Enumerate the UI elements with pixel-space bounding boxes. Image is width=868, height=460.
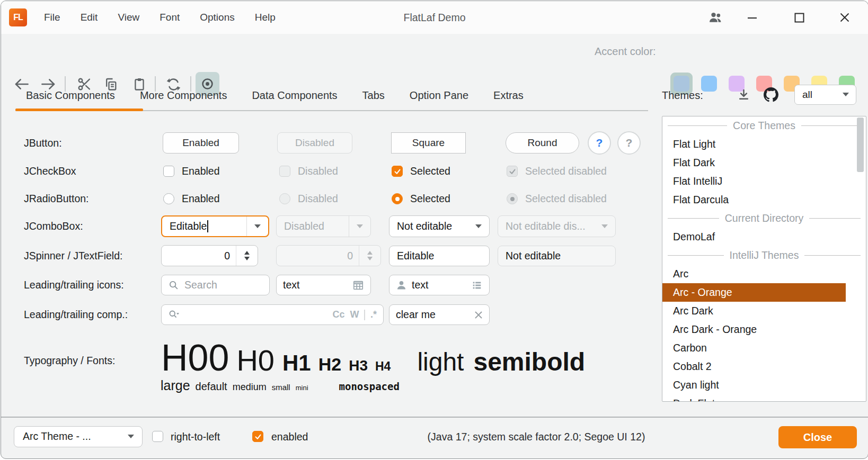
theme-item-arc[interactable]: Arc bbox=[662, 265, 866, 283]
match-case-toggle[interactable]: Cc bbox=[332, 309, 344, 320]
checkbox-disabled bbox=[279, 166, 290, 177]
theme-item-carbon[interactable]: Carbon bbox=[662, 339, 866, 357]
textfield-editable[interactable]: Editable bbox=[389, 246, 490, 266]
github-icon[interactable] bbox=[764, 87, 778, 102]
search-field[interactable]: Search bbox=[161, 275, 270, 295]
close-window-button[interactable] bbox=[834, 1, 855, 34]
menu-help[interactable]: Help bbox=[245, 12, 286, 23]
theme-item-flat-darcula[interactable]: Flat Darcula bbox=[662, 191, 866, 209]
radio-selected-disabled-label: Selected disabled bbox=[525, 190, 607, 208]
spinner-arrows bbox=[359, 246, 380, 266]
combobox-editable[interactable]: Editable bbox=[161, 215, 269, 237]
h0-sample: H0 bbox=[236, 343, 274, 377]
enabled-button[interactable]: Enabled bbox=[163, 132, 239, 154]
combobox-arrow[interactable] bbox=[246, 217, 268, 236]
close-button[interactable]: Close bbox=[778, 426, 857, 448]
tab-tabs[interactable]: Tabs bbox=[362, 89, 385, 102]
theme-item-cobalt-2[interactable]: Cobalt 2 bbox=[662, 357, 866, 376]
rtl-checkbox-label: right-to-left bbox=[171, 426, 220, 447]
field-divider bbox=[364, 310, 365, 320]
spinner-enabled[interactable]: 0 bbox=[161, 245, 258, 266]
status-text: (Java 17; system scale factor 2.0; Segoe… bbox=[330, 426, 743, 447]
theme-selector-combobox[interactable]: Arc Theme - ... bbox=[14, 426, 143, 447]
enabled-checkbox[interactable] bbox=[252, 431, 263, 442]
theme-item-flat-dark[interactable]: Flat Dark bbox=[662, 154, 866, 172]
regex-toggle[interactable]: .* bbox=[370, 309, 377, 320]
theme-item-dark-flat[interactable]: Dark Flat bbox=[662, 394, 866, 402]
textfield-value: text bbox=[412, 279, 466, 291]
h2-sample: H2 bbox=[318, 354, 341, 375]
radio-selected[interactable] bbox=[392, 193, 403, 204]
checkbox-disabled-label: Disabled bbox=[298, 163, 338, 180]
chevron-down-icon bbox=[367, 257, 373, 260]
menu-font[interactable]: Font bbox=[149, 12, 190, 23]
menu-edit[interactable]: Edit bbox=[70, 12, 108, 23]
theme-item-flat-light[interactable]: Flat Light bbox=[662, 135, 866, 154]
chevron-up-icon bbox=[367, 251, 373, 255]
app-logo-text: FL bbox=[13, 13, 23, 22]
theme-item-arc-dark[interactable]: Arc Dark bbox=[662, 302, 866, 320]
combobox-arrow[interactable] bbox=[468, 216, 489, 237]
enabled-checkbox-label: enabled bbox=[271, 426, 308, 447]
themes-list: Core Themes Flat Light Flat Dark Flat In… bbox=[662, 116, 866, 402]
tab-basic-components[interactable]: Basic Components bbox=[26, 89, 115, 102]
search-dropdown-icon[interactable] bbox=[168, 309, 180, 321]
minimize-button[interactable] bbox=[741, 1, 763, 34]
theme-item-arc-dark-orange[interactable]: Arc Dark - Orange bbox=[662, 320, 866, 339]
menu-file[interactable]: File bbox=[34, 12, 70, 23]
radio-dot bbox=[510, 197, 515, 201]
menu-view[interactable]: View bbox=[108, 12, 149, 23]
app-logo: FL bbox=[9, 8, 27, 26]
spinner-value: 0 bbox=[224, 246, 230, 266]
search-comp-field[interactable]: Cc W .* bbox=[161, 304, 384, 325]
textfield-trailing-table-icon[interactable]: text bbox=[276, 275, 371, 295]
whole-words-toggle[interactable]: W bbox=[350, 309, 359, 320]
clear-me-value: clear me bbox=[396, 309, 474, 321]
radio-disabled bbox=[279, 193, 290, 204]
checkbox-selected[interactable] bbox=[392, 166, 403, 177]
radio-enabled[interactable] bbox=[163, 193, 174, 204]
themes-separator-current-directory: Current Directory bbox=[662, 209, 866, 228]
help-button-grey[interactable]: ? bbox=[617, 131, 641, 155]
themes-scrollbar-thumb[interactable] bbox=[857, 118, 864, 172]
chevron-down-icon bbox=[475, 224, 482, 228]
textfield-not-editable: Not editable bbox=[498, 246, 616, 266]
search-icon bbox=[168, 279, 180, 291]
textfield-person-list[interactable]: text bbox=[389, 275, 490, 295]
round-button[interactable]: Round bbox=[506, 132, 579, 154]
combobox-not-editable[interactable]: Not editable bbox=[389, 215, 490, 237]
theme-filter-combobox[interactable]: all bbox=[794, 85, 856, 105]
title-bar: FL File Edit View Font Options Help Flat… bbox=[1, 1, 868, 34]
textfield-not-editable-value: Not editable bbox=[506, 250, 561, 262]
download-theme-icon[interactable] bbox=[737, 88, 751, 102]
theme-item-arc-orange-selected[interactable]: Arc - Orange bbox=[662, 283, 846, 302]
theme-item-demolaf[interactable]: DemoLaf bbox=[662, 228, 866, 246]
themes-separator-intellij: IntelliJ Themes bbox=[662, 246, 866, 265]
tab-extras[interactable]: Extras bbox=[493, 89, 524, 102]
combobox-editable-value: Editable bbox=[170, 220, 207, 232]
bottom-divider bbox=[1, 417, 868, 418]
theme-item-flat-intellij[interactable]: Flat IntelliJ bbox=[662, 172, 866, 191]
themes-separator-core: Core Themes bbox=[662, 116, 866, 135]
clear-me-field[interactable]: clear me bbox=[389, 304, 490, 325]
chevron-down-icon bbox=[601, 224, 608, 228]
clear-icon[interactable] bbox=[474, 311, 483, 319]
tab-more-components[interactable]: More Components bbox=[140, 89, 227, 102]
accent-swatch-2[interactable] bbox=[701, 76, 717, 92]
typography-headings: H00 H0 H1 H2 H3 H4 light semibold bbox=[161, 337, 585, 379]
rtl-checkbox[interactable] bbox=[152, 431, 163, 442]
maximize-button[interactable] bbox=[789, 1, 810, 34]
square-button[interactable]: Square bbox=[391, 132, 466, 154]
table-icon bbox=[352, 279, 364, 291]
users-icon[interactable] bbox=[705, 1, 726, 34]
checkbox-enabled[interactable] bbox=[163, 166, 174, 177]
checkbox-selected-disabled-label: Selected disabled bbox=[525, 163, 607, 180]
spinner-arrows[interactable] bbox=[236, 246, 258, 266]
separator-label: Current Directory bbox=[725, 212, 803, 224]
jbutton-row-label: JButton: bbox=[24, 132, 62, 154]
theme-item-cyan-light[interactable]: Cyan light bbox=[662, 376, 866, 394]
tab-data-components[interactable]: Data Components bbox=[252, 89, 337, 102]
tab-option-pane[interactable]: Option Pane bbox=[410, 89, 468, 102]
help-button-blue[interactable]: ? bbox=[588, 131, 611, 155]
menu-options[interactable]: Options bbox=[190, 12, 244, 23]
